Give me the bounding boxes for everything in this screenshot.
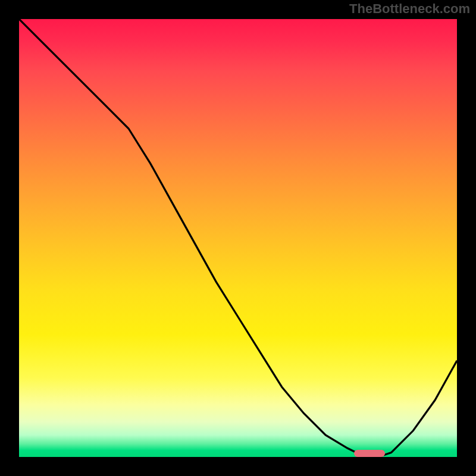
watermark-text: TheBottleneck.com xyxy=(349,1,470,17)
minimum-marker xyxy=(354,450,385,457)
chart-container: TheBottleneck.com xyxy=(0,0,476,476)
plot-area xyxy=(19,19,457,457)
bottleneck-curve xyxy=(19,19,457,457)
